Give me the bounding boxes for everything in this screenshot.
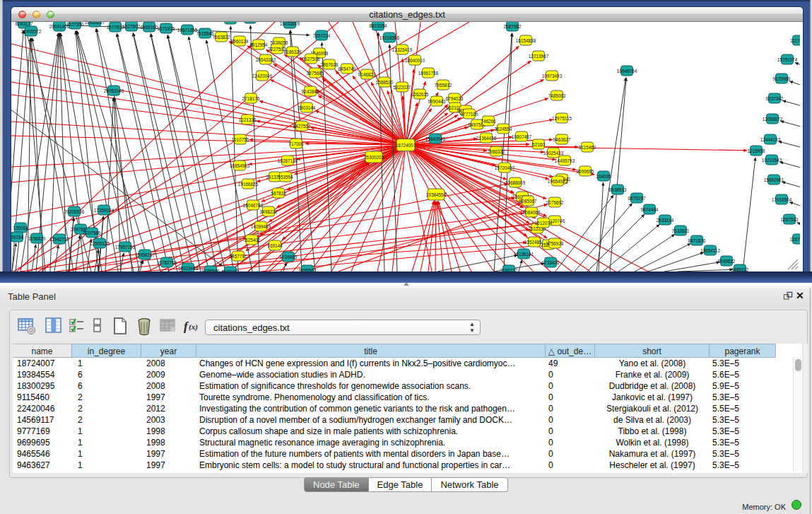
svg-text:10654112: 10654112 bbox=[700, 248, 720, 253]
svg-text:19218506: 19218506 bbox=[379, 35, 400, 40]
svg-text:6466160: 6466160 bbox=[141, 25, 158, 30]
svg-text:12213967: 12213967 bbox=[529, 54, 549, 59]
svg-text:21364436: 21364436 bbox=[476, 136, 497, 141]
svg-text:717006: 717006 bbox=[288, 141, 304, 146]
svg-text:16854985: 16854985 bbox=[230, 163, 250, 168]
svg-text:7986322: 7986322 bbox=[488, 149, 505, 154]
svg-text:15751074: 15751074 bbox=[777, 57, 798, 62]
svg-text:16046788: 16046788 bbox=[243, 203, 264, 208]
svg-text:13267130: 13267130 bbox=[278, 158, 298, 163]
svg-text:2097586: 2097586 bbox=[83, 230, 101, 235]
svg-text:6794028: 6794028 bbox=[446, 96, 464, 101]
svg-text:7485063: 7485063 bbox=[548, 93, 566, 98]
svg-text:9474444: 9474444 bbox=[641, 207, 659, 212]
svg-text:10025433: 10025433 bbox=[543, 151, 564, 156]
svg-text:3624554: 3624554 bbox=[495, 127, 512, 132]
svg-text:19654923: 19654923 bbox=[548, 179, 568, 184]
svg-text:9777169: 9777169 bbox=[461, 112, 478, 117]
svg-text:10958107: 10958107 bbox=[135, 252, 155, 257]
svg-text:10688609: 10688609 bbox=[505, 180, 526, 185]
svg-text:9084067: 9084067 bbox=[523, 210, 541, 215]
svg-text:16543382: 16543382 bbox=[256, 57, 276, 62]
svg-text:8912954: 8912954 bbox=[250, 42, 268, 47]
svg-text:8283177: 8283177 bbox=[16, 22, 33, 26]
svg-text:62160: 62160 bbox=[532, 142, 545, 147]
svg-text:16961758: 16961758 bbox=[418, 71, 439, 76]
svg-text:7357224: 7357224 bbox=[313, 33, 331, 38]
svg-text:1117404: 1117404 bbox=[790, 38, 800, 43]
svg-text:8454749: 8454749 bbox=[339, 66, 356, 71]
svg-text:2803144: 2803144 bbox=[298, 105, 316, 110]
svg-text:12505135: 12505135 bbox=[90, 241, 110, 246]
svg-text:9227342: 9227342 bbox=[766, 96, 784, 101]
svg-text:9699695: 9699695 bbox=[577, 169, 594, 174]
svg-text:164095: 164095 bbox=[596, 174, 611, 179]
svg-text:2867618: 2867618 bbox=[321, 62, 339, 67]
svg-text:3498222: 3498222 bbox=[260, 209, 278, 214]
svg-text:19166825: 19166825 bbox=[238, 182, 259, 187]
svg-text:14099489: 14099489 bbox=[251, 224, 271, 229]
svg-text:19384554: 19384554 bbox=[426, 192, 447, 197]
svg-text:25300203: 25300203 bbox=[364, 155, 384, 160]
svg-text:29053346: 29053346 bbox=[104, 88, 124, 93]
svg-text:9990443: 9990443 bbox=[428, 99, 446, 104]
svg-text:9463627: 9463627 bbox=[553, 137, 571, 142]
svg-text:746266: 746266 bbox=[481, 119, 496, 124]
svg-text:1610755: 1610755 bbox=[232, 137, 249, 142]
svg-text:8427552: 8427552 bbox=[293, 124, 311, 129]
svg-text:7955812: 7955812 bbox=[435, 83, 452, 88]
svg-text:15023446: 15023446 bbox=[178, 266, 199, 271]
svg-text:13325419: 13325419 bbox=[392, 47, 413, 52]
svg-text:18724007: 18724007 bbox=[396, 143, 416, 148]
svg-text:587833: 587833 bbox=[271, 191, 286, 196]
svg-text:553594: 553594 bbox=[278, 175, 293, 180]
svg-text:10973493: 10973493 bbox=[542, 74, 563, 78]
svg-text:15843545: 15843545 bbox=[425, 136, 446, 141]
svg-text:16782759: 16782759 bbox=[157, 260, 177, 265]
svg-text:15692901: 15692901 bbox=[764, 177, 784, 182]
svg-text:9245612: 9245612 bbox=[718, 259, 736, 264]
svg-text:1167533: 1167533 bbox=[790, 237, 800, 242]
svg-text:1221336: 1221336 bbox=[239, 117, 257, 122]
svg-text:16033809: 16033809 bbox=[280, 22, 300, 26]
svg-text:1733426: 1733426 bbox=[542, 260, 560, 265]
svg-text:9457791: 9457791 bbox=[230, 254, 247, 259]
svg-text:12444193: 12444193 bbox=[760, 137, 781, 142]
svg-text:1527360: 1527360 bbox=[66, 22, 84, 27]
svg-text:1527602: 1527602 bbox=[123, 24, 141, 29]
svg-text:9115460: 9115460 bbox=[579, 145, 596, 150]
svg-text:12975115: 12975115 bbox=[552, 116, 572, 121]
svg-text:8813054: 8813054 bbox=[370, 23, 387, 28]
svg-text:10807487: 10807487 bbox=[512, 134, 532, 139]
svg-text:1588520: 1588520 bbox=[376, 80, 394, 85]
svg-text:9146821: 9146821 bbox=[358, 72, 376, 77]
svg-text:7515546: 7515546 bbox=[196, 31, 214, 36]
svg-text:1071915: 1071915 bbox=[158, 26, 175, 31]
svg-text:2687682: 2687682 bbox=[504, 24, 522, 29]
svg-text:1577602: 1577602 bbox=[107, 25, 124, 30]
svg-text:8938913: 8938913 bbox=[609, 187, 627, 192]
svg-text:169144: 169144 bbox=[267, 243, 283, 248]
svg-text:17359924: 17359924 bbox=[94, 208, 114, 213]
svg-text:3875685: 3875685 bbox=[307, 71, 324, 76]
svg-text:15720407: 15720407 bbox=[495, 165, 515, 170]
svg-text:10210643: 10210643 bbox=[762, 158, 782, 163]
svg-text:9242848: 9242848 bbox=[302, 89, 319, 94]
svg-text:8471676: 8471676 bbox=[688, 238, 706, 243]
svg-text:8960124: 8960124 bbox=[231, 39, 249, 44]
svg-text:7632621: 7632621 bbox=[672, 228, 690, 233]
svg-text:9129966: 9129966 bbox=[773, 76, 791, 81]
svg-text:(x): (x) bbox=[189, 322, 198, 332]
svg-text:8186328: 8186328 bbox=[284, 49, 302, 54]
svg-text:9085067: 9085067 bbox=[519, 199, 537, 204]
svg-text:1612074: 1612074 bbox=[535, 221, 553, 226]
svg-text:16154838: 16154838 bbox=[516, 38, 536, 43]
svg-text:15136141: 15136141 bbox=[514, 252, 534, 257]
svg-text:17957255: 17957255 bbox=[115, 245, 136, 250]
svg-text:20206536: 20206536 bbox=[64, 209, 85, 214]
svg-text:39154: 39154 bbox=[11, 235, 23, 240]
svg-text:5716465: 5716465 bbox=[280, 255, 298, 259]
svg-text:2933114: 2933114 bbox=[657, 218, 674, 223]
svg-text:10671355: 10671355 bbox=[177, 28, 198, 33]
svg-text:6679197: 6679197 bbox=[628, 196, 646, 201]
